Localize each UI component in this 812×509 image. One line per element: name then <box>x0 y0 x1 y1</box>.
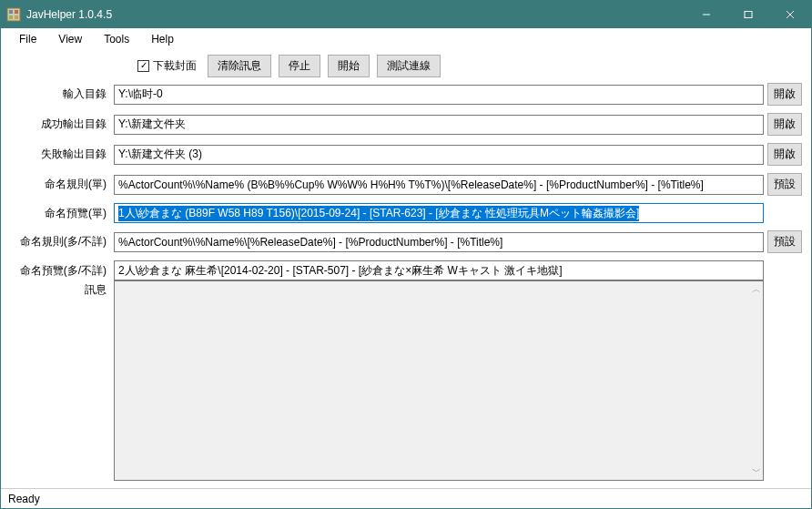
rule-single-field[interactable] <box>114 175 764 195</box>
status-text: Ready <box>8 493 40 505</box>
label-fail-dir: 失敗輸出目錄 <box>10 147 110 162</box>
svg-rect-2 <box>15 10 18 14</box>
label-messages: 訊息 <box>10 280 110 298</box>
close-button[interactable] <box>769 1 811 28</box>
row-rule-single: 命名規則(單) 預設 <box>10 173 802 196</box>
row-preview-multi: 命名預覽(多/不詳) <box>10 260 802 280</box>
open-success-dir-button[interactable]: 開啟 <box>767 113 802 136</box>
menu-tools[interactable]: Tools <box>93 30 140 48</box>
open-input-dir-button[interactable]: 開啟 <box>767 83 802 106</box>
checkbox-icon: ✓ <box>137 60 149 72</box>
success-dir-field[interactable] <box>114 115 764 135</box>
label-input-dir: 輸入目錄 <box>10 87 110 102</box>
label-rule-single: 命名規則(單) <box>10 177 110 192</box>
svg-rect-3 <box>9 15 13 19</box>
svg-rect-4 <box>15 15 18 19</box>
preview-single-field[interactable]: 1人\紗倉まな (B89F W58 H89 T156)\[2015-09-24]… <box>114 203 764 223</box>
svg-rect-6 <box>745 12 752 18</box>
preview-single-text: 1人\紗倉まな (B89F W58 H89 T156)\[2015-09-24]… <box>118 206 639 221</box>
maximize-button[interactable] <box>727 1 769 28</box>
row-success-dir: 成功輸出目錄 開啟 <box>10 113 802 136</box>
fail-dir-field[interactable] <box>114 145 764 165</box>
menu-file[interactable]: File <box>8 30 47 48</box>
download-cover-label: 下載封面 <box>153 58 197 74</box>
label-rule-multi: 命名規則(多/不詳) <box>10 234 110 249</box>
clear-messages-button[interactable]: 清除訊息 <box>208 55 271 77</box>
row-preview-single: 命名預覽(單) 1人\紗倉まな (B89F W58 H89 T156)\[201… <box>10 203 802 223</box>
download-cover-checkbox[interactable]: ✓ 下載封面 <box>137 58 197 74</box>
input-dir-field[interactable] <box>114 85 764 105</box>
toolbar: ✓ 下載封面 清除訊息 停止 開始 測試連線 <box>1 50 811 81</box>
start-button[interactable]: 開始 <box>328 55 370 77</box>
window-buttons <box>685 1 811 28</box>
titlebar: JavHelper 1.0.4.5 <box>1 1 811 28</box>
test-connection-button[interactable]: 測試連線 <box>377 55 441 77</box>
minimize-button[interactable] <box>685 1 727 28</box>
form-area: 輸入目錄 開啟 成功輸出目錄 開啟 失敗輸出目錄 開啟 命名規則(單) 預設 命… <box>1 81 811 280</box>
label-preview-single: 命名預覽(單) <box>10 206 110 221</box>
row-rule-multi: 命名規則(多/不詳) 預設 <box>10 230 802 253</box>
messages-textarea[interactable]: ︿ ﹀ <box>114 280 764 481</box>
row-fail-dir: 失敗輸出目錄 開啟 <box>10 143 802 166</box>
scroll-up-icon: ︿ <box>752 283 761 296</box>
label-success-dir: 成功輸出目錄 <box>10 117 110 132</box>
menu-view[interactable]: View <box>47 30 93 48</box>
stop-button[interactable]: 停止 <box>279 55 320 77</box>
menu-help[interactable]: Help <box>140 30 185 48</box>
menubar: File View Tools Help <box>1 28 811 50</box>
row-input-dir: 輸入目錄 開啟 <box>10 83 802 106</box>
svg-rect-1 <box>9 10 13 14</box>
open-fail-dir-button[interactable]: 開啟 <box>767 143 802 166</box>
app-window: JavHelper 1.0.4.5 File View Tools Help ✓… <box>0 0 812 509</box>
label-preview-multi: 命名預覽(多/不詳) <box>10 263 110 279</box>
preview-multi-field[interactable] <box>114 260 764 280</box>
default-rule-single-button[interactable]: 預設 <box>767 173 802 196</box>
scroll-down-icon: ﹀ <box>752 465 761 478</box>
window-title: JavHelper 1.0.4.5 <box>26 8 685 21</box>
rule-multi-field[interactable] <box>114 232 764 252</box>
row-messages: 訊息 ︿ ﹀ <box>1 280 811 488</box>
default-rule-multi-button[interactable]: 預設 <box>767 230 802 253</box>
statusbar: Ready <box>1 488 811 508</box>
app-icon <box>6 7 21 22</box>
